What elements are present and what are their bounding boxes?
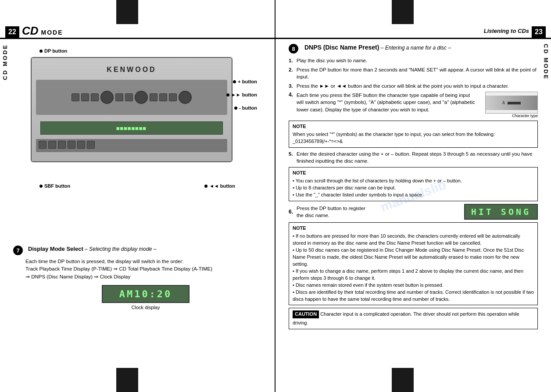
- callout-dot-minus: [234, 107, 237, 110]
- section-7: 7 Display Mode Select – Selecting the di…: [13, 246, 266, 310]
- device-inner: KENWOOD ■■■■■■: [32, 58, 232, 161]
- char-type-image: A ■■■■■: [485, 92, 538, 114]
- forward-button-label: ►► button: [231, 92, 257, 97]
- sbf-button-callout: SBF button: [39, 183, 70, 189]
- prev-button-label: ◄◄ button: [209, 183, 235, 189]
- step-1-num: 1.: [289, 57, 297, 64]
- step-3: 3. Press the ►► or ◄◄ button and the cur…: [289, 82, 538, 89]
- dp-button-label: DP button: [44, 48, 67, 53]
- ctrl-btn-3: [91, 93, 99, 101]
- section7-title: Display Mode Select: [28, 246, 83, 252]
- caution-text: Character input is a complicated operati…: [293, 311, 519, 325]
- note-3-label: NOTE: [293, 225, 534, 232]
- note-2-bullet-1: You can scroll through the list of chara…: [293, 178, 534, 185]
- section8-title-block: DNPS (Disc Name Preset) – Entering a nam…: [304, 44, 451, 51]
- tape-top-right: [392, 0, 414, 24]
- step-2-text: Press the DP button for more than 2 seco…: [297, 66, 538, 80]
- lcd-display-step6: HIT SONG: [464, 204, 538, 220]
- header-left: CD MODE: [0, 24, 275, 39]
- dp-button-callout: DP button: [39, 48, 67, 53]
- device-controls: [36, 80, 227, 115]
- note-1-text: When you select "*" (symbols) as the cha…: [293, 132, 495, 144]
- right-page: Listening to CDs 23 CD MODE manualslib 8…: [276, 0, 551, 392]
- caution-label: CAUTION: [293, 310, 319, 318]
- step-2: 2. Press the DP button for more than 2 s…: [289, 66, 538, 80]
- device-display: ■■■■■■■■: [40, 121, 223, 135]
- listening-header: Listening to CDs: [484, 28, 529, 34]
- plus-button-label: + button: [238, 79, 257, 84]
- caution-box: CAUTION Character input is a complicated…: [289, 308, 538, 329]
- clock-display-container: AM10:20 Clock display: [25, 285, 266, 310]
- sbf-button-label: SBF button: [44, 183, 70, 189]
- right-content: 8 DNPS (Disc Name Preset) – Entering a n…: [289, 44, 538, 374]
- dnps-subtitle: – Entering a name for a disc –: [381, 45, 451, 51]
- bottom-btn-2: [48, 141, 56, 149]
- step-4-container: 4. Each time you press the SBF button th…: [289, 92, 538, 118]
- section8-num: 8: [289, 44, 298, 53]
- forward-button-callout: ►► button: [226, 92, 257, 97]
- dnps-title: DNPS (Disc Name Preset): [304, 44, 379, 51]
- bottom-btn-6: [87, 141, 95, 149]
- step-3-text: Press the ►► or ◄◄ button and the cursor…: [297, 82, 538, 89]
- step-4-num: 4.: [289, 92, 297, 98]
- device-diagram: DP button KENWOOD: [13, 44, 261, 206]
- callout-dot-prev: [204, 185, 208, 188]
- note-3-bullet-3: If you wish to change a disc name, perfo…: [293, 268, 534, 282]
- vertical-cd-mode-left: CD MODE: [2, 44, 8, 80]
- bottom-btn-5: [77, 141, 85, 149]
- note-3-bullet-1: If no buttons are pressed for more than …: [293, 233, 534, 247]
- step-1-text: Play the disc you wish to name.: [297, 57, 538, 64]
- note-1-label: NOTE: [293, 123, 534, 130]
- note-box-2: NOTE You can scroll through the list of …: [289, 167, 538, 201]
- device-brand: KENWOOD: [107, 66, 156, 74]
- minus-button-label: - button: [239, 105, 257, 110]
- cd-label: CD: [22, 24, 39, 38]
- ctrl-knob-1: [100, 91, 114, 104]
- page-number-right: 23: [532, 26, 546, 38]
- minus-button-callout: - button: [234, 105, 257, 110]
- step-1: 1. Play the disc you wish to name.: [289, 57, 538, 64]
- ctrl-btn-7: [159, 93, 167, 101]
- tape-top-left: [116, 0, 138, 24]
- step-6-container: 6. Press the DP button to registerthe di…: [289, 204, 538, 220]
- section7-title-block: Display Mode Select – Selecting the disp…: [28, 246, 157, 252]
- step-4-text: Each time you press the SBF button the c…: [297, 92, 478, 113]
- step-2-num: 2.: [289, 66, 297, 73]
- note-3-bullet-5: Discs are identified by their total reco…: [293, 289, 534, 303]
- step-5: 5. Enter the desired character using the…: [289, 150, 538, 164]
- callout-dot-sbf: [39, 185, 43, 188]
- step-6-text: Press the DP button to registerthe disc …: [297, 205, 459, 219]
- device-image: KENWOOD ■■■■■■: [31, 57, 233, 162]
- left-page: CD MODE 22 CD MODE DP button KENWOOD: [0, 0, 276, 392]
- plus-button-callout: + button: [233, 79, 257, 84]
- bottom-btn-3: [58, 141, 66, 149]
- section7-body: Each time the DP button is pressed, the …: [25, 258, 266, 281]
- cd-title-left: CD MODE: [22, 24, 63, 38]
- bottom-btn-4: [68, 141, 75, 149]
- section8-header: 8 DNPS (Disc Name Preset) – Entering a n…: [289, 44, 538, 53]
- ctrl-btn-6: [150, 93, 157, 101]
- ctrl-btn-1: [72, 93, 79, 101]
- note-box-3: NOTE If no buttons are pressed for more …: [289, 222, 538, 305]
- note-2-label: NOTE: [293, 170, 534, 177]
- ctrl-knob-2: [135, 91, 148, 104]
- section7-num: 7: [13, 246, 23, 255]
- page-number-left: 22: [5, 26, 19, 38]
- clock-display-label: Clock display: [25, 305, 266, 310]
- steps-list-1: 1. Play the disc you wish to name. 2. Pr…: [289, 57, 538, 89]
- step-5-num: 5.: [289, 150, 297, 157]
- note-2-bullets: You can scroll through the list of chara…: [293, 178, 534, 199]
- ctrl-btn-8: [169, 93, 177, 101]
- ctrl-btn-4: [115, 93, 123, 101]
- note-box-1: NOTE When you select "*" (symbols) as th…: [289, 121, 538, 148]
- note-2-bullet-3: Use the "_" character listed under symbo…: [293, 192, 534, 199]
- char-type-area: A ■■■■■ Character type: [482, 92, 538, 118]
- vertical-cd-mode-right: CD MODE: [543, 44, 549, 80]
- note-2-bullet-2: Up to 8 characters per disc name can be …: [293, 185, 534, 192]
- note-3-bullet-4: Disc names remain stored even if the sys…: [293, 282, 534, 289]
- ctrl-knob-3: [179, 91, 192, 104]
- step-3-num: 3.: [289, 82, 297, 89]
- note-3-bullets: If no buttons are pressed for more than …: [293, 233, 534, 303]
- callout-dot-dp: [39, 50, 43, 53]
- ctrl-btn-5: [125, 93, 133, 101]
